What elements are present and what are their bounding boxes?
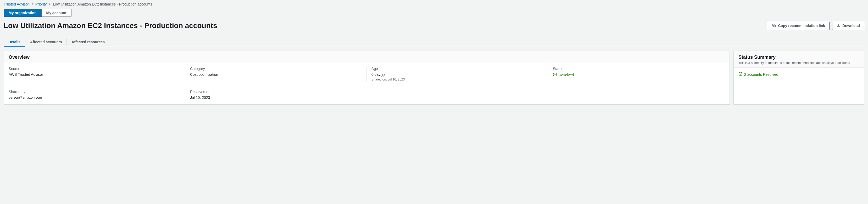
copy-recommendation-link-button[interactable]: Copy recommendation link [768, 22, 830, 30]
overview-age: Age 0 day(s) Shared on: Jul 10, 2023 [367, 63, 548, 86]
status-summary-subtitle: This is a summary of the status of this … [738, 61, 859, 65]
status-summary-line: 2 accounts Resolved [738, 72, 778, 77]
copy-icon [772, 24, 776, 28]
overview-empty [548, 86, 730, 104]
shared-by-value: person@amazon.com [9, 96, 181, 99]
resolved-on-label: Resolved on [190, 90, 362, 94]
page-header: Low Utilization Amazon EC2 Instances - P… [4, 22, 864, 30]
scope-my-account[interactable]: My account [41, 9, 71, 17]
overview-body: Source AWS Trusted Advisor Category Cost… [4, 63, 730, 104]
status-text: Resolved [559, 73, 574, 77]
shared-by-label: Shared by [9, 90, 181, 94]
copy-button-label: Copy recommendation link [778, 24, 825, 28]
category-label: Category [190, 67, 362, 71]
breadcrumb: Trusted Advisor Priority Low Utilization… [3, 2, 865, 9]
header-actions: Copy recommendation link Download [768, 22, 864, 30]
category-value: Cost optimization [190, 72, 362, 77]
overview-source: Source AWS Trusted Advisor [4, 63, 185, 86]
status-value: Resolved [553, 72, 574, 77]
main-content: Overview Source AWS Trusted Advisor Cate… [4, 51, 864, 105]
age-value: 0 day(s) [371, 72, 544, 77]
chevron-right-icon [31, 2, 33, 6]
svg-rect-1 [773, 24, 775, 26]
status-summary-text: 2 accounts Resolved [744, 72, 778, 77]
download-icon [837, 24, 840, 28]
tab-affected-resources[interactable]: Affected resources [67, 37, 110, 47]
status-summary-panel: Status Summary This is a summary of the … [734, 51, 864, 105]
tab-details[interactable]: Details [4, 37, 25, 47]
overview-empty [367, 86, 548, 104]
source-value: AWS Trusted Advisor [9, 72, 181, 77]
check-circle-icon [738, 72, 743, 77]
overview-resolved-on: Resolved on Jul 10, 2023 [185, 86, 367, 104]
breadcrumb-priority[interactable]: Priority [35, 2, 47, 6]
overview-shared-by: Shared by person@amazon.com [4, 86, 185, 104]
overview-category: Category Cost optimization [185, 63, 367, 86]
breadcrumb-current: Low Utilization Amazon EC2 Instances - P… [53, 2, 152, 6]
overview-title: Overview [9, 54, 725, 60]
page-title: Low Utilization Amazon EC2 Instances - P… [4, 22, 217, 30]
scope-my-organization[interactable]: My organization [4, 9, 41, 17]
overview-panel: Overview Source AWS Trusted Advisor Cate… [4, 51, 730, 105]
chevron-right-icon [49, 2, 51, 6]
shared-on: Shared on: Jul 10, 2023 [371, 78, 544, 81]
check-circle-icon [553, 72, 557, 77]
svg-rect-0 [774, 25, 776, 27]
download-button[interactable]: Download [832, 22, 864, 30]
source-label: Source [9, 67, 181, 71]
tab-affected-accounts[interactable]: Affected accounts [25, 37, 66, 47]
age-label: Age [371, 67, 544, 71]
status-summary-body: 2 accounts Resolved [734, 68, 864, 90]
overview-header: Overview [4, 51, 730, 63]
status-summary-header: Status Summary This is a summary of the … [734, 51, 864, 68]
status-label: Status [553, 67, 725, 71]
overview-status: Status Resolved [548, 63, 730, 86]
resolved-on-value: Jul 10, 2023 [190, 96, 362, 100]
scope-toggle: My organization My account [4, 9, 71, 17]
breadcrumb-root[interactable]: Trusted Advisor [4, 2, 29, 6]
download-button-label: Download [842, 24, 860, 28]
tabs: Details Affected accounts Affected resou… [4, 37, 864, 47]
status-summary-title: Status Summary [738, 54, 859, 60]
